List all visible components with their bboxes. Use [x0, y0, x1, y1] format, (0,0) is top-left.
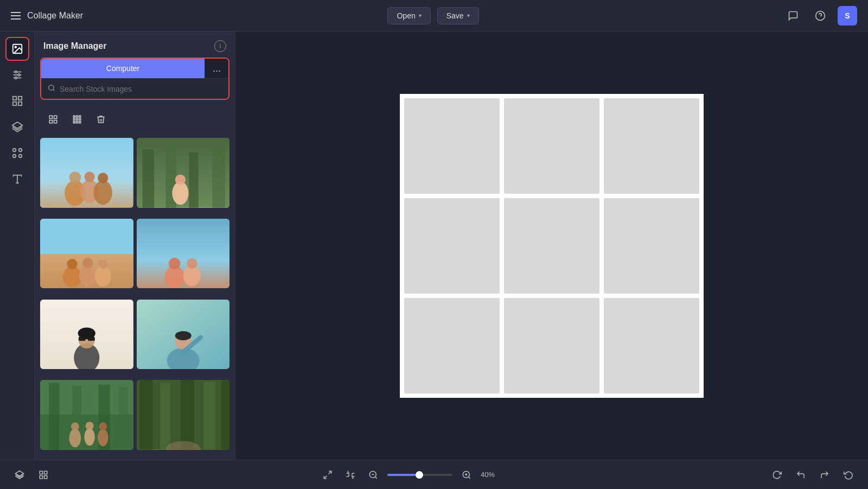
image-tools — [35, 105, 235, 136]
svg-point-9 — [15, 77, 17, 79]
svg-point-16 — [18, 149, 22, 152]
history-btn[interactable] — [840, 466, 857, 484]
svg-line-104 — [468, 477, 470, 478]
svg-rect-88 — [159, 383, 170, 450]
svg-rect-31 — [76, 119, 78, 120]
svg-point-15 — [12, 149, 16, 152]
svg-point-84 — [98, 429, 108, 446]
search-input[interactable] — [60, 85, 222, 93]
zoom-out-btn[interactable] — [365, 466, 382, 484]
image-item[interactable] — [40, 138, 133, 208]
sidebar-item-adjust[interactable] — [5, 63, 29, 87]
open-chevron: ▾ — [419, 12, 422, 18]
svg-point-73 — [175, 331, 191, 340]
svg-point-81 — [71, 422, 79, 430]
image-item[interactable] — [137, 138, 230, 208]
canvas-area — [235, 31, 868, 460]
svg-line-98 — [329, 471, 331, 474]
svg-point-21 — [49, 85, 54, 90]
svg-rect-29 — [79, 116, 81, 117]
refresh-btn[interactable] — [768, 466, 786, 484]
zoom-slider-track[interactable] — [387, 474, 452, 476]
image-item[interactable] — [40, 219, 133, 289]
sidebar-item-layers[interactable] — [5, 115, 29, 139]
image-item[interactable] — [40, 300, 133, 370]
collage-cell[interactable] — [404, 298, 500, 393]
fit-to-screen-btn[interactable] — [319, 466, 336, 484]
svg-rect-79 — [119, 387, 128, 450]
collage-cell[interactable] — [504, 298, 599, 393]
zoom-slider-thumb[interactable] — [416, 471, 423, 479]
grid-icon-btn[interactable] — [35, 466, 52, 484]
hamburger-menu[interactable] — [11, 12, 21, 20]
image-item[interactable] — [137, 300, 230, 370]
svg-rect-11 — [18, 97, 21, 100]
zoom-slider[interactable] — [387, 474, 452, 476]
svg-rect-26 — [54, 120, 57, 123]
source-tab-more[interactable]: ... — [205, 59, 228, 78]
svg-point-61 — [187, 258, 197, 269]
zoom-value: 40% — [481, 471, 501, 479]
help-icon-btn[interactable] — [810, 6, 830, 26]
svg-rect-91 — [221, 380, 229, 450]
save-button[interactable]: Save ▾ — [437, 7, 479, 24]
crop-btn[interactable] — [342, 466, 359, 484]
bottom-toolbar-right — [768, 466, 857, 484]
zoom-in-btn[interactable] — [458, 466, 475, 484]
save-chevron: ▾ — [467, 12, 470, 18]
svg-point-40 — [84, 172, 94, 182]
grid-view-button[interactable] — [43, 110, 63, 129]
save-label: Save — [446, 11, 464, 20]
info-icon-btn[interactable]: i — [214, 40, 226, 52]
undo-btn[interactable] — [792, 466, 809, 484]
collage-cell[interactable] — [404, 98, 500, 194]
source-selector: Computer ... — [40, 58, 229, 100]
svg-rect-24 — [54, 116, 57, 118]
mosaic-view-button[interactable] — [67, 110, 87, 129]
svg-rect-46 — [189, 153, 198, 208]
sidebar-item-elements[interactable] — [5, 141, 29, 165]
image-item[interactable] — [40, 380, 133, 450]
delete-button[interactable] — [91, 110, 111, 129]
collage-cell[interactable] — [504, 198, 599, 294]
app-title: Collage Maker — [27, 11, 83, 21]
svg-point-49 — [175, 175, 185, 185]
redo-btn[interactable] — [816, 466, 833, 484]
image-item[interactable] — [137, 380, 230, 450]
svg-point-41 — [94, 180, 112, 205]
bottom-toolbar-left — [11, 466, 52, 484]
svg-point-56 — [98, 259, 107, 269]
sidebar-item-text[interactable] — [5, 167, 29, 191]
svg-rect-13 — [18, 102, 21, 105]
collage-cell[interactable] — [604, 298, 699, 393]
image-item[interactable] — [137, 219, 230, 289]
svg-rect-27 — [73, 116, 75, 117]
sidebar-item-layout[interactable] — [5, 89, 29, 113]
svg-line-101 — [375, 477, 376, 478]
header-right: S — [783, 6, 857, 26]
svg-rect-89 — [180, 380, 194, 450]
header-left: Collage Maker — [11, 11, 83, 21]
svg-point-83 — [86, 422, 94, 430]
svg-rect-97 — [44, 475, 47, 478]
collage-cell[interactable] — [404, 198, 500, 294]
svg-rect-12 — [12, 102, 16, 105]
svg-point-85 — [99, 422, 107, 430]
bottom-toolbar: 40% — [0, 460, 868, 489]
svg-rect-95 — [44, 471, 47, 474]
chat-icon-btn[interactable] — [783, 6, 803, 26]
layers-icon-btn[interactable] — [11, 466, 28, 484]
collage-cell[interactable] — [504, 98, 599, 194]
open-button[interactable]: Open ▾ — [387, 7, 430, 24]
svg-point-55 — [95, 266, 111, 287]
svg-point-42 — [98, 173, 108, 183]
sidebar-item-images[interactable] — [5, 37, 29, 61]
source-tabs: Computer ... — [41, 59, 228, 78]
collage-cell[interactable] — [604, 98, 699, 194]
user-avatar[interactable]: S — [838, 6, 857, 26]
zoom-slider-fill — [387, 474, 417, 476]
source-tab-computer[interactable]: Computer — [41, 59, 205, 78]
collage-cell[interactable] — [604, 198, 699, 294]
image-grid — [35, 136, 235, 460]
search-bar — [41, 78, 228, 99]
